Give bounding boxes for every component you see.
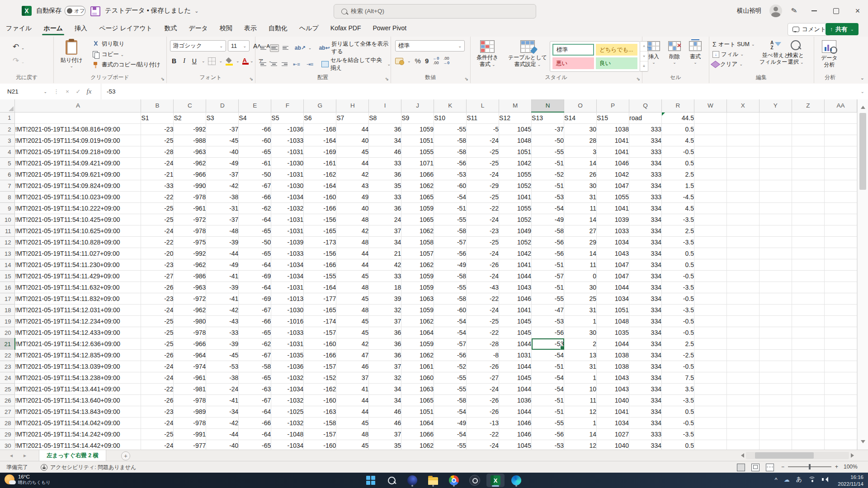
cell[interactable]: -25 [141, 203, 174, 214]
cell[interactable]: -60 [434, 305, 467, 316]
cell[interactable]: 4.5 [661, 135, 694, 146]
cell[interactable]: -54 [434, 429, 467, 440]
cell[interactable] [694, 135, 726, 146]
cell[interactable] [792, 305, 824, 316]
cell[interactable]: -1034 [271, 271, 304, 282]
cell[interactable] [792, 146, 824, 158]
find-select-button[interactable]: 検索と 選択 ⌄ [788, 40, 804, 66]
column-header-Y[interactable]: Y [759, 99, 792, 112]
cell[interactable]: 1051 [597, 305, 629, 316]
cell[interactable]: 13 [564, 350, 597, 361]
cell[interactable]: S8 [369, 112, 401, 124]
cell[interactable]: 47 [336, 350, 369, 361]
cell[interactable]: -1031 [271, 214, 304, 225]
cell[interactable]: -174 [304, 316, 336, 327]
column-header-Q[interactable]: Q [629, 99, 661, 112]
cell[interactable]: 1064 [401, 327, 434, 338]
cell[interactable] [726, 259, 759, 271]
cell[interactable] [824, 406, 857, 418]
cell[interactable]: -962 [174, 158, 206, 169]
cell[interactable]: -24 [141, 225, 174, 237]
font-size-select[interactable]: 11⌄ [228, 40, 250, 52]
cell[interactable]: 1044 [499, 406, 532, 418]
cell[interactable]: 48 [336, 282, 369, 293]
cell[interactable] [759, 158, 792, 169]
cell[interactable]: -1032 [271, 395, 304, 406]
cell[interactable]: 46 [369, 418, 401, 429]
cell[interactable]: -54 [434, 316, 467, 327]
cell[interactable]: -1034 [271, 259, 304, 271]
row-header-1[interactable]: 1 [0, 112, 15, 124]
cell[interactable]: -8 [467, 350, 499, 361]
name-box[interactable]: N21 ⌄ [4, 86, 51, 98]
cell[interactable]: 334 [629, 327, 661, 338]
cell[interactable]: -156 [304, 214, 336, 225]
cell[interactable]: 36 [369, 327, 401, 338]
cell[interactable]: -166 [304, 350, 336, 361]
cell[interactable]: -57 [434, 237, 467, 248]
cell[interactable]: 27 [564, 225, 597, 237]
cell[interactable]: 1034 [597, 418, 629, 429]
align-right-icon[interactable] [281, 61, 288, 68]
cell[interactable]: 333 [629, 146, 661, 158]
cell[interactable] [824, 372, 857, 384]
cell[interactable] [726, 237, 759, 248]
cell[interactable]: S12 [499, 112, 532, 124]
cell[interactable]: 30 [564, 282, 597, 293]
cell[interactable]: 1066 [401, 169, 434, 180]
cell[interactable]: -24 [467, 214, 499, 225]
cell[interactable]: -54 [532, 372, 564, 384]
cell[interactable]: 334 [629, 305, 661, 316]
dialog-launcher-icon[interactable]: ⇘ [637, 76, 640, 81]
paste-button[interactable]: 貼り付け ⌄ [61, 40, 83, 69]
cell[interactable]: -1030 [271, 180, 304, 192]
taskbar-search-icon[interactable] [382, 474, 401, 487]
cell[interactable] [694, 395, 726, 406]
cell[interactable]: -50 [239, 237, 271, 248]
cell[interactable]: !MT!2021-05-19T11:54:08.816+09:00 [15, 124, 141, 135]
tab-表示[interactable]: 表示 [238, 22, 263, 36]
cell[interactable]: -166 [304, 203, 336, 214]
cell[interactable] [759, 192, 792, 203]
cell[interactable]: 12 [564, 406, 597, 418]
cell[interactable]: -1036 [271, 361, 304, 372]
cell[interactable]: -53 [532, 440, 564, 450]
cell[interactable] [792, 429, 824, 440]
cell[interactable]: 42 [369, 259, 401, 271]
cell[interactable]: 37 [369, 316, 401, 327]
cell[interactable]: -69 [239, 293, 271, 305]
cell[interactable]: -44 [206, 429, 239, 440]
cell[interactable]: 1038 [597, 124, 629, 135]
speaker-icon[interactable] [822, 477, 828, 482]
cell[interactable]: 25 [564, 293, 597, 305]
cell[interactable] [792, 338, 824, 350]
align-center-icon[interactable] [270, 61, 278, 68]
cell[interactable]: 34 [369, 135, 401, 146]
zoom-knob[interactable] [809, 464, 811, 469]
cell[interactable] [824, 180, 857, 192]
cell[interactable]: -24 [467, 248, 499, 259]
cell[interactable]: -55 [434, 384, 467, 395]
cell[interactable]: -163 [304, 406, 336, 418]
cell[interactable]: 45 [336, 327, 369, 338]
document-title[interactable]: テストデータ • 保存しました⌄ [105, 6, 198, 15]
cell[interactable]: !MT!2021-05-19T11:54:09.218+09:00 [15, 146, 141, 158]
cell[interactable]: 1042 [597, 169, 629, 180]
cell[interactable]: -157 [304, 361, 336, 372]
cell[interactable] [726, 192, 759, 203]
cell[interactable]: 333 [629, 169, 661, 180]
taskbar-excel-icon[interactable]: X [486, 474, 505, 487]
cell[interactable]: -54 [532, 203, 564, 214]
cell[interactable]: -160 [304, 192, 336, 203]
cell[interactable] [694, 338, 726, 350]
cell[interactable]: -50 [532, 135, 564, 146]
cell[interactable] [694, 361, 726, 372]
cell[interactable] [824, 350, 857, 361]
cell[interactable]: -51 [532, 406, 564, 418]
cell[interactable]: !MT!2021-05-19T11:54:11.429+09:00 [15, 271, 141, 282]
cell[interactable]: 42 [336, 169, 369, 180]
cell[interactable]: 334 [629, 395, 661, 406]
cell[interactable]: 334 [629, 350, 661, 361]
cell[interactable]: 0.5 [661, 259, 694, 271]
cell[interactable] [726, 146, 759, 158]
